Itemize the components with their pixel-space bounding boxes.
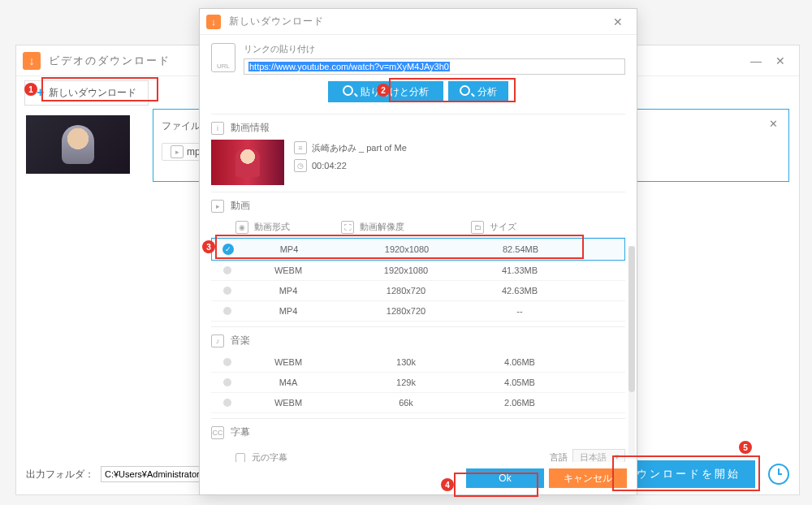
output-folder-label: 出力フォルダ：: [26, 468, 94, 481]
dialog-title: 新しいダウンロード: [229, 15, 606, 28]
dialog-close-button[interactable]: ✕: [606, 10, 630, 34]
analyze-button[interactable]: 分析: [448, 81, 508, 102]
document-icon: ≡: [294, 141, 307, 154]
info-icon: i: [211, 122, 224, 135]
dialog-app-icon: ↓: [206, 15, 221, 29]
video-info-head-label: 動画情報: [231, 121, 270, 135]
video-thumbnail[interactable]: [26, 115, 130, 174]
scrollbar[interactable]: [628, 246, 635, 457]
video-duration: 00:04:22: [312, 161, 347, 170]
video-format-row[interactable]: WEBM 1920x1080 41.33MB: [211, 261, 625, 281]
video-format-list: ✓ MP4 1920x1080 82.54MB WEBM 1920x1080 4…: [211, 238, 625, 322]
language-dropdown[interactable]: 日本語: [572, 449, 625, 462]
video-format-row[interactable]: ✓ MP4 1920x1080 82.54MB: [211, 238, 625, 261]
minimize-button[interactable]: —: [744, 49, 768, 73]
video-section: ▸ 動画: [211, 192, 625, 213]
original-subtitle-label: 元の字幕: [252, 451, 287, 462]
video-icon: ▸: [211, 200, 224, 213]
clock-icon: ◷: [294, 159, 307, 172]
video-format-row[interactable]: MP4 1280x720 42.63MB: [211, 281, 625, 301]
new-download-dialog: ↓ 新しいダウンロード ✕ URL リンクの貼り付け https://www.y…: [199, 8, 637, 495]
subtitle-head-label: 字幕: [231, 425, 250, 439]
audio-section: ♪ 音楽: [211, 326, 625, 347]
subtitle-section: CC 字幕: [211, 418, 625, 439]
resolution-icon: ⛶: [341, 221, 354, 234]
paste-analyze-button[interactable]: 貼り付けと分析: [328, 81, 443, 102]
cc-icon: CC: [211, 426, 224, 439]
dialog-footer: Ok キャンセル: [200, 462, 637, 494]
ok-button[interactable]: Ok: [466, 468, 544, 488]
audio-format-row[interactable]: WEBM 66k 2.06MB: [211, 393, 625, 413]
paste-analyze-label: 貼り付けと分析: [361, 85, 429, 99]
subtitle-options: 元の字幕 言語 日本語: [211, 444, 625, 462]
search-icon: [343, 85, 356, 98]
scroll-thumb[interactable]: [628, 246, 635, 392]
dialog-body: URL リンクの貼り付け https://www.youtube.com/wat…: [200, 35, 637, 462]
cancel-button[interactable]: キャンセル: [549, 468, 627, 488]
new-download-button[interactable]: + 新しいダウンロード: [24, 80, 149, 106]
url-icon: URL: [211, 43, 235, 72]
new-download-label: 新しいダウンロード: [49, 86, 136, 100]
url-text: https://www.youtube.com/watch?v=mXyM4JAy…: [248, 62, 450, 71]
schedule-icon[interactable]: [768, 464, 789, 485]
link-paste-label: リンクの貼り付け: [244, 43, 625, 55]
video-title: 浜崎あゆみ _ part of Me: [312, 142, 407, 154]
panel-close-button[interactable]: ✕: [761, 111, 785, 136]
music-icon: ♪: [211, 335, 224, 347]
analyze-label: 分析: [477, 85, 497, 99]
original-subtitle-checkbox[interactable]: [235, 453, 245, 463]
audio-format-row[interactable]: WEBM 130k 4.06MB: [211, 352, 625, 373]
video-list-header: ◉ 動画形式 ⛶ 動画解像度 🗀 サイズ: [211, 218, 625, 238]
audio-head-label: 音楽: [231, 334, 250, 347]
search-icon: [460, 85, 473, 98]
close-button[interactable]: ✕: [768, 49, 793, 73]
video-format-row[interactable]: MP4 1280x720 --: [211, 301, 625, 322]
video-info-section: i 動画情報: [211, 114, 625, 135]
audio-format-row[interactable]: M4A 129k 4.05MB: [211, 373, 625, 393]
audio-format-list: WEBM 130k 4.06MB M4A 129k 4.05MB WEBM 66…: [211, 352, 625, 413]
video-head-label: 動画: [231, 199, 250, 213]
dialog-titlebar: ↓ 新しいダウンロード ✕: [200, 9, 637, 35]
size-icon: 🗀: [471, 221, 484, 234]
result-thumbnail: [211, 140, 284, 185]
url-input[interactable]: https://www.youtube.com/watch?v=mXyM4JAy…: [244, 58, 625, 75]
play-icon: ▸: [171, 145, 184, 158]
plus-icon: +: [37, 86, 44, 99]
language-label: 言語: [550, 451, 568, 462]
format-icon: ◉: [235, 221, 248, 234]
app-icon: ↓: [23, 52, 41, 70]
